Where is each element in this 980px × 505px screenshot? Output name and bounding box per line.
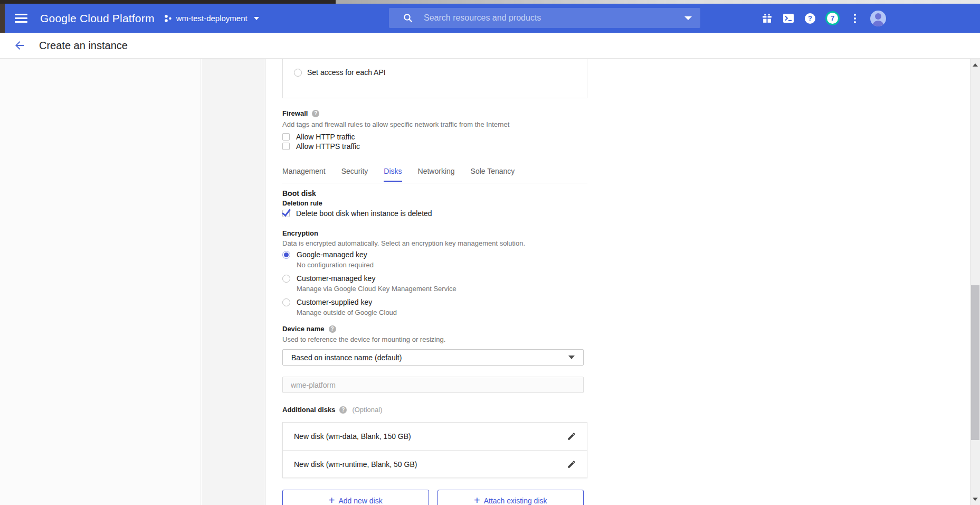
project-name: wm-test-deployment bbox=[176, 14, 248, 23]
device-name-input[interactable] bbox=[282, 377, 584, 393]
header-actions: ? 7 bbox=[760, 4, 886, 33]
disk-row-label: New disk (wm-data, Blank, 150 GB) bbox=[294, 432, 411, 441]
allow-http-label: Allow HTTP traffic bbox=[296, 133, 355, 141]
back-button[interactable] bbox=[13, 39, 26, 52]
disk-buttons: + Add new disk + Attach existing disk bbox=[282, 490, 584, 505]
tab-security[interactable]: Security bbox=[341, 164, 368, 181]
cloud-shell-icon[interactable] bbox=[782, 12, 795, 25]
scroll-up-arrow[interactable] bbox=[973, 63, 978, 67]
firewall-label: Firewall ? bbox=[282, 109, 319, 117]
allow-http-checkbox-row[interactable]: Allow HTTP traffic bbox=[282, 133, 355, 141]
page-title: Create an instance bbox=[39, 40, 128, 52]
search-icon bbox=[403, 13, 413, 23]
delete-boot-disk-checkbox-row[interactable]: Delete boot disk when instance is delete… bbox=[282, 209, 432, 218]
add-new-disk-button[interactable]: + Add new disk bbox=[282, 490, 429, 505]
page-header: Create an instance bbox=[0, 33, 980, 59]
encryption-option: Google-managed key No configuration requ… bbox=[282, 249, 456, 269]
edit-disk-icon[interactable] bbox=[566, 431, 577, 442]
customer-managed-key-radio[interactable] bbox=[282, 275, 290, 283]
encryption-option: Customer-managed key Manage via Google C… bbox=[282, 273, 456, 293]
customer-managed-key-label: Customer-managed key bbox=[297, 274, 375, 283]
encryption-label: Encryption bbox=[282, 229, 318, 237]
delete-boot-disk-label: Delete boot disk when instance is delete… bbox=[296, 209, 432, 218]
gift-icon[interactable] bbox=[760, 12, 773, 25]
firewall-description: Add tags and firewall rules to allow spe… bbox=[282, 120, 509, 128]
device-name-select[interactable]: Based on instance name (default) bbox=[282, 349, 584, 366]
settings-tabs: Management Security Disks Networking Sol… bbox=[282, 164, 587, 183]
attach-existing-disk-button[interactable]: + Attach existing disk bbox=[437, 490, 584, 505]
avatar[interactable] bbox=[870, 11, 886, 26]
tab-disks[interactable]: Disks bbox=[384, 164, 402, 182]
chevron-down-icon bbox=[254, 17, 259, 20]
boot-disk-label: Boot disk bbox=[282, 189, 316, 198]
deletion-rule-label: Deletion rule bbox=[282, 200, 322, 207]
set-access-each-api-radio[interactable] bbox=[294, 69, 302, 77]
form-content: Set access for each API Firewall ? Add t… bbox=[282, 59, 584, 505]
encryption-options: Google-managed key No configuration requ… bbox=[282, 249, 456, 321]
tab-networking[interactable]: Networking bbox=[418, 164, 455, 181]
disk-row-wm-data: New disk (wm-data, Blank, 150 GB) bbox=[283, 423, 587, 450]
app-header: Google Cloud Platform wm-test-deployment bbox=[5, 4, 980, 33]
disk-row-wm-runtime: New disk (wm-runtime, Blank, 50 GB) bbox=[283, 450, 587, 478]
firewall-help-icon[interactable]: ? bbox=[312, 110, 319, 117]
device-name-description: Used to reference the device for mountin… bbox=[282, 335, 445, 343]
tab-sole-tenancy[interactable]: Sole Tenancy bbox=[471, 164, 515, 181]
window-frame-top-right bbox=[336, 0, 980, 4]
google-managed-key-label: Google-managed key bbox=[297, 250, 367, 259]
customer-managed-key-description: Manage via Google Cloud Key Management S… bbox=[297, 285, 456, 293]
window-frame-top bbox=[0, 0, 336, 4]
overflow-menu-icon[interactable] bbox=[849, 12, 861, 25]
menu-icon[interactable] bbox=[15, 14, 27, 23]
disk-row-label: New disk (wm-runtime, Blank, 50 GB) bbox=[294, 460, 417, 469]
device-name-selected-value: Based on instance name (default) bbox=[291, 353, 402, 362]
gcp-logo[interactable]: Google Cloud Platform bbox=[40, 12, 155, 25]
additional-disks-label: Additional disks ? (Optional) bbox=[282, 406, 382, 414]
customer-supplied-key-radio[interactable] bbox=[282, 298, 290, 306]
scrollbar-thumb[interactable] bbox=[971, 285, 979, 440]
plus-icon: + bbox=[329, 495, 335, 505]
select-caret-icon bbox=[568, 356, 575, 359]
set-access-each-api-label: Set access for each API bbox=[307, 68, 386, 77]
google-managed-key-description: No configuration required bbox=[297, 261, 456, 269]
help-icon[interactable]: ? bbox=[804, 12, 816, 25]
encryption-option: Customer-supplied key Manage outside of … bbox=[282, 297, 456, 317]
allow-https-label: Allow HTTPS traffic bbox=[296, 142, 360, 151]
encryption-description: Data is encrypted automatically. Select … bbox=[282, 239, 525, 247]
scroll-down-arrow[interactable] bbox=[973, 498, 978, 501]
google-managed-key-radio[interactable] bbox=[282, 251, 290, 259]
project-switcher[interactable]: wm-test-deployment bbox=[164, 14, 259, 23]
vertical-scrollbar[interactable] bbox=[970, 59, 980, 505]
customer-supplied-key-label: Customer-supplied key bbox=[297, 298, 372, 306]
service-account-card: Set access for each API bbox=[282, 59, 587, 98]
search-bar[interactable] bbox=[389, 8, 700, 28]
allow-http-checkbox[interactable] bbox=[282, 133, 290, 141]
plus-icon: + bbox=[474, 495, 480, 505]
optional-note: (Optional) bbox=[352, 406, 382, 414]
left-gutter bbox=[202, 59, 265, 505]
delete-boot-disk-checkbox[interactable] bbox=[282, 210, 290, 217]
left-pane bbox=[0, 59, 201, 505]
window-frame-left bbox=[0, 4, 5, 33]
main-area: Set access for each API Firewall ? Add t… bbox=[0, 59, 980, 505]
search-dropdown-icon[interactable] bbox=[684, 16, 692, 20]
additional-disks-list: New disk (wm-data, Blank, 150 GB) New di… bbox=[282, 422, 587, 478]
tab-management[interactable]: Management bbox=[282, 164, 326, 181]
edit-disk-icon[interactable] bbox=[566, 459, 577, 470]
customer-supplied-key-description: Manage outside of Google Cloud bbox=[297, 308, 456, 317]
allow-https-checkbox-row[interactable]: Allow HTTPS traffic bbox=[282, 142, 360, 151]
additional-disks-help-icon[interactable]: ? bbox=[339, 406, 347, 414]
project-icon bbox=[164, 14, 173, 23]
notifications-badge[interactable]: 7 bbox=[825, 11, 840, 25]
device-name-help-icon[interactable]: ? bbox=[329, 325, 336, 333]
device-name-label: Device name ? bbox=[282, 325, 336, 333]
search-input[interactable] bbox=[424, 13, 684, 23]
allow-https-checkbox[interactable] bbox=[282, 143, 290, 150]
